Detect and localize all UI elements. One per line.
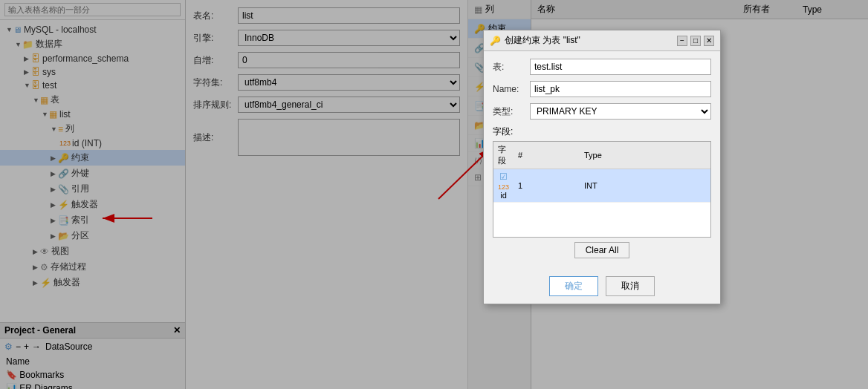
close-button[interactable]: ✕: [704, 36, 714, 46]
modal-title-bar: 🔑 创建约束 为表 "list" − □ ✕: [484, 30, 720, 51]
modal-name-input[interactable]: [530, 81, 711, 97]
fields-table-container: 字段 # Type: [493, 141, 711, 238]
checkbox-icon: ☑: [499, 171, 508, 182]
window-controls: − □ ✕: [677, 36, 714, 46]
create-constraint-modal: 🔑 创建约束 为表 "list" − □ ✕ 表: Name:: [483, 30, 721, 304]
modal-name-label: Name:: [493, 84, 530, 94]
row-type: INT: [580, 169, 710, 203]
num-icon: 123: [498, 183, 509, 191]
num-col-header: #: [514, 142, 580, 169]
modal-body: 表: Name: 类型: PRIMARY KEY UNIQUE CHECK FO…: [484, 51, 720, 272]
modal-title: 创建约束 为表 "list": [505, 34, 580, 47]
type-col-header: Type: [580, 142, 710, 169]
confirm-button[interactable]: 确定: [549, 276, 598, 296]
row-num: 1: [514, 169, 580, 203]
modal-overlay: 🔑 创建约束 为表 "list" − □ ✕ 表: Name:: [0, 0, 868, 389]
maximize-button[interactable]: □: [690, 36, 701, 46]
modal-table-label: 表:: [493, 61, 530, 73]
checkbox-cell[interactable]: ☑ 123 id: [493, 169, 514, 203]
clear-all-button[interactable]: Clear All: [574, 242, 630, 258]
modal-footer: 确定 取消: [484, 272, 720, 304]
modal-icon: 🔑: [490, 36, 501, 46]
modal-type-select[interactable]: PRIMARY KEY UNIQUE CHECK FOREIGN KEY: [530, 103, 711, 120]
modal-table-input[interactable]: [530, 59, 711, 75]
modal-row-type: 类型: PRIMARY KEY UNIQUE CHECK FOREIGN KEY: [493, 103, 711, 120]
modal-row-table: 表:: [493, 59, 711, 75]
minimize-button[interactable]: −: [677, 36, 687, 46]
table-row[interactable]: ☑ 123 id 1 INT: [493, 169, 710, 203]
cancel-button[interactable]: 取消: [606, 276, 655, 296]
modal-fields-label: 字段:: [493, 125, 711, 138]
modal-type-label: 类型:: [493, 105, 530, 118]
modal-row-name: Name:: [493, 81, 711, 97]
field-col-header: 字段: [493, 142, 514, 169]
fields-table: 字段 # Type: [493, 142, 710, 203]
